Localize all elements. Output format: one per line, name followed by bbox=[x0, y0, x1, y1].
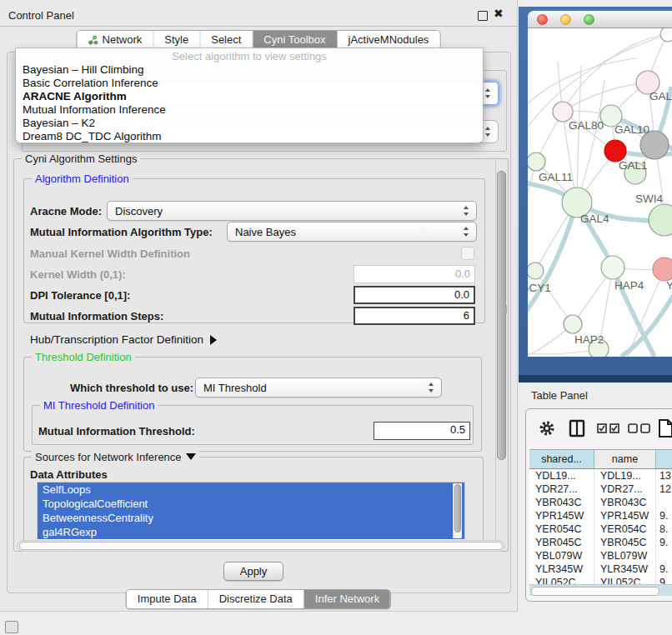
dpi-tolerance-input[interactable]: 0.0 bbox=[354, 286, 475, 304]
table-hscroll-thumb[interactable] bbox=[531, 587, 659, 596]
table-body: YDL19...YDL19...13YDR27...YDR27...12YBR0… bbox=[529, 469, 672, 586]
table-row[interactable]: YLR345WYLR345W9. bbox=[529, 562, 672, 576]
tab-cyni-toolbox[interactable]: Cyni Toolbox bbox=[253, 31, 337, 49]
network-node-node-top[interactable] bbox=[660, 28, 672, 42]
tab-discretize-data[interactable]: Discretize Data bbox=[208, 590, 304, 608]
table-row[interactable]: YDL19...YDL19...13 bbox=[529, 469, 672, 482]
split-columns-icon[interactable] bbox=[569, 419, 585, 438]
combo-steppers-icon bbox=[429, 382, 434, 392]
network-node-HAP2[interactable] bbox=[564, 315, 582, 333]
node-label-gal1: GAL1 bbox=[619, 159, 648, 172]
table-cell: YBL079W bbox=[594, 549, 656, 562]
network-node-HAP4[interactable] bbox=[601, 256, 624, 279]
manual-kernel-width-checkbox[interactable] bbox=[461, 247, 474, 260]
tab-infer-network-label: Infer Network bbox=[315, 592, 379, 605]
table-row[interactable]: YPR145WYPR145W9. bbox=[529, 509, 672, 522]
table-cell: YDL19... bbox=[529, 469, 594, 482]
float-window-icon[interactable] bbox=[478, 11, 488, 21]
dropdown-hint: Select algorithm to view settings bbox=[16, 50, 483, 63]
tab-discretize-data-label: Discretize Data bbox=[219, 592, 293, 605]
table-cell: 9. bbox=[656, 562, 672, 576]
hub-definition-section[interactable]: Hub/Transcription Factor Definition bbox=[30, 333, 217, 346]
node-label-gal: GAL bbox=[649, 90, 672, 102]
hub-definition-label: Hub/Transcription Factor Definition bbox=[30, 333, 203, 346]
kernel-width-input[interactable]: 0.0 bbox=[354, 265, 475, 283]
settings-hscroll-thumb[interactable] bbox=[19, 542, 503, 550]
network-node-GAL11[interactable] bbox=[528, 152, 545, 171]
mi-steps-input[interactable]: 6 bbox=[354, 307, 475, 325]
application-root: Control Panel ✖ NetworkStyleSelectCyni T… bbox=[0, 0, 672, 635]
dropdown-item-aracne-algorithm[interactable]: ARACNE Algorithm bbox=[16, 90, 483, 103]
window-zoom-button[interactable] bbox=[584, 14, 594, 25]
network-node-node-salmon[interactable] bbox=[653, 258, 672, 281]
network-window-titlebar[interactable] bbox=[528, 11, 672, 28]
aracne-mode-combo[interactable]: Discovery bbox=[107, 201, 477, 221]
expanded-arrow-icon[interactable] bbox=[186, 453, 196, 460]
tab-impute-data[interactable]: Impute Data bbox=[127, 590, 208, 608]
select-all-checkboxes-icon[interactable] bbox=[597, 423, 619, 433]
window-minimize-button[interactable] bbox=[560, 14, 571, 25]
panel-splitter-handle[interactable] bbox=[505, 306, 510, 313]
settings-vertical-scrollbar[interactable] bbox=[495, 160, 507, 548]
deselect-all-checkboxes-icon[interactable] bbox=[628, 423, 650, 433]
dropdown-item-bayesian-k2[interactable]: Bayesian – K2 bbox=[16, 117, 483, 130]
settings-horizontal-scrollbar[interactable] bbox=[17, 540, 505, 552]
which-threshold-combo[interactable]: MI Threshold bbox=[195, 378, 442, 398]
apply-button[interactable]: Apply bbox=[223, 562, 283, 581]
table-cell: 12 bbox=[656, 482, 672, 496]
combo-steppers-icon bbox=[464, 206, 469, 216]
table-row[interactable]: YER054CYER054C8. bbox=[529, 522, 672, 536]
tab-network[interactable]: Network bbox=[78, 31, 154, 49]
docked-window-icon[interactable] bbox=[5, 621, 18, 633]
data-attribute-topologicalcoefficient[interactable]: TopologicalCoefficient bbox=[38, 497, 464, 511]
table-row[interactable]: YBR045CYBR045C9. bbox=[529, 536, 672, 549]
sources-legend[interactable]: Sources for Network Inference bbox=[32, 451, 199, 463]
mi-algorithm-type-combo[interactable]: Naive Bayes bbox=[227, 222, 477, 242]
list-vertical-scrollbar[interactable] bbox=[453, 483, 462, 538]
network-graph: GALGAL80GAL10GAL1GAL11SWI4GAL4GCY1HAP4YH… bbox=[528, 28, 672, 357]
sheet-icon[interactable] bbox=[658, 418, 672, 438]
mi-threshold-label: Mutual Information Threshold: bbox=[38, 425, 195, 438]
data-attribute-gal4rgexp[interactable]: gal4RGexp bbox=[38, 525, 464, 539]
column-header-extra[interactable] bbox=[656, 450, 672, 468]
table-row[interactable]: YDR27...YDR27...12 bbox=[529, 482, 672, 496]
collapsed-arrow-icon[interactable] bbox=[210, 335, 217, 345]
tab-select[interactable]: Select bbox=[200, 31, 253, 49]
tab-style[interactable]: Style bbox=[153, 31, 200, 49]
node-label-y: Y bbox=[666, 279, 672, 292]
table-row[interactable]: YBR043CYBR043C bbox=[529, 496, 672, 509]
data-attributes-label: Data Attributes bbox=[30, 468, 108, 481]
network-canvas[interactable]: GALGAL80GAL10GAL1GAL11SWI4GAL4GCY1HAP4YH… bbox=[528, 28, 672, 357]
tab-infer-network[interactable]: Infer Network bbox=[304, 590, 390, 608]
table-cell: 9. bbox=[656, 509, 672, 522]
column-header-name[interactable]: name bbox=[594, 450, 656, 468]
gear-icon[interactable] bbox=[539, 420, 555, 437]
dropdown-item-dream8-dc-tdc-algorithm[interactable]: Dream8 DC_TDC Algorithm bbox=[16, 130, 483, 143]
mi-threshold-input[interactable]: 0.5 bbox=[374, 422, 470, 440]
cyni-algorithm-settings-legend: Cyni Algorithm Settings bbox=[22, 152, 140, 165]
window-close-button[interactable] bbox=[537, 14, 548, 25]
desktop-bottom-edge bbox=[519, 375, 672, 382]
network-node-SWI4[interactable] bbox=[649, 204, 672, 236]
table-horizontal-scrollbar[interactable] bbox=[529, 584, 672, 596]
tab-impute-data-label: Impute Data bbox=[138, 592, 197, 605]
table-row[interactable]: YBL079WYBL079W bbox=[529, 549, 672, 562]
dropdown-items: Bayesian – Hill ClimbingBasic Correlatio… bbox=[16, 63, 483, 143]
table-cell: YDL19... bbox=[594, 469, 656, 482]
data-attribute-selfloops[interactable]: SelfLoops bbox=[38, 482, 464, 497]
dropdown-item-mutual-information-inference[interactable]: Mutual Information Inference bbox=[16, 103, 483, 117]
list-scroll-thumb[interactable] bbox=[454, 484, 461, 532]
data-attribute-betweennesscentrality[interactable]: BetweennessCentrality bbox=[38, 511, 464, 525]
table-panel-title: Table Panel bbox=[531, 389, 588, 402]
table-panel-window: shared...name YDL19...YDL19...13YDR27...… bbox=[525, 408, 672, 602]
close-icon[interactable]: ✖ bbox=[494, 7, 504, 20]
node-label-swi4: SWI4 bbox=[635, 192, 663, 205]
node-label-gal11: GAL11 bbox=[539, 171, 573, 183]
kernel-width-label: Kernel Width (0,1): bbox=[30, 268, 126, 281]
dropdown-item-basic-correlation-inference[interactable]: Basic Correlation Inference bbox=[16, 77, 483, 90]
settings-scroll-thumb[interactable] bbox=[497, 171, 506, 460]
dropdown-item-bayesian-hill-climbing[interactable]: Bayesian – Hill Climbing bbox=[16, 63, 483, 77]
column-header-shared[interactable]: shared... bbox=[529, 450, 594, 468]
network-node-node-left[interactable] bbox=[528, 262, 544, 279]
tab-jactivemnodules[interactable]: jActiveMNodules bbox=[338, 31, 440, 49]
